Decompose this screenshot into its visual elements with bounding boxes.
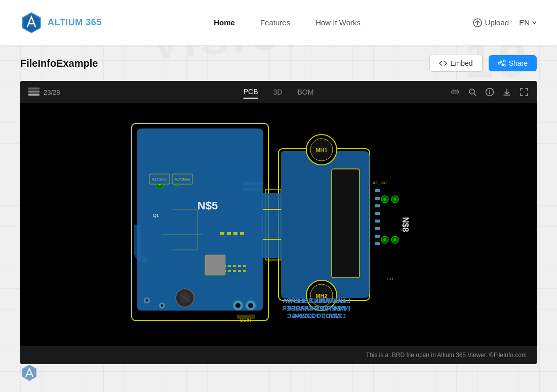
svg-rect-39 xyxy=(227,232,231,235)
tab-bom[interactable]: BOM xyxy=(297,86,313,98)
svg-point-63 xyxy=(235,303,241,308)
svg-rect-83 xyxy=(375,242,380,245)
svg-text:INVERTER CHARGER: INVERTER CHARGER xyxy=(282,305,345,312)
svg-point-4 xyxy=(503,60,505,62)
search-button[interactable] xyxy=(468,88,477,97)
svg-rect-80 xyxy=(375,220,380,223)
svg-rect-81 xyxy=(375,227,380,230)
share-button[interactable]: Share xyxy=(489,55,537,71)
svg-point-65 xyxy=(248,303,253,308)
svg-rect-57 xyxy=(243,270,246,272)
svg-rect-49 xyxy=(243,265,246,267)
svg-rect-56 xyxy=(238,270,241,272)
nav-how-it-works[interactable]: How It Works xyxy=(315,18,361,27)
nav-right: Upload EN xyxy=(473,18,537,27)
pcb-canvas[interactable]: MH1 MH2 N$5 N$8 Q1 xyxy=(20,103,537,346)
file-title-bar: FileInfoExample Embed Share xyxy=(20,46,537,81)
svg-text:Q1: Q1 xyxy=(153,213,159,218)
share-icon xyxy=(498,60,506,67)
svg-point-87 xyxy=(393,198,396,201)
main-nav: Home Features How It Works xyxy=(214,18,361,27)
svg-rect-79 xyxy=(375,212,380,215)
embed-code-icon xyxy=(439,60,447,66)
fullscreen-icon xyxy=(520,88,529,97)
svg-rect-9 xyxy=(452,91,459,93)
viewer-tabs: PCB 3D BOM xyxy=(244,85,314,99)
svg-point-59 xyxy=(146,299,148,302)
svg-point-91 xyxy=(393,238,396,241)
info-icon xyxy=(485,88,494,97)
share-label: Share xyxy=(509,59,528,67)
svg-point-17 xyxy=(489,90,490,91)
pcb-viewer: 23/28 PCB 3D BOM xyxy=(20,81,537,364)
svg-point-61 xyxy=(161,304,164,307)
svg-text:N$5: N$5 xyxy=(197,199,218,212)
svg-rect-38 xyxy=(220,232,224,235)
svg-rect-41 xyxy=(240,232,244,235)
fullscreen-button[interactable] xyxy=(520,88,529,97)
layer-count: 23/28 xyxy=(44,89,60,96)
embed-button[interactable]: Embed xyxy=(429,55,482,72)
svg-text:A17.5mm: A17.5mm xyxy=(152,178,167,181)
logo-area[interactable]: ALTIUM 365 xyxy=(20,12,102,34)
file-actions: Embed Share xyxy=(429,55,537,72)
logo-text: ALTIUM 365 xyxy=(48,17,102,28)
nav-home[interactable]: Home xyxy=(214,18,235,27)
download-button[interactable] xyxy=(502,88,511,97)
logo-suffix: 365 xyxy=(83,17,102,27)
measure-icon xyxy=(451,88,460,97)
toolbar-left: 23/28 xyxy=(28,88,60,97)
svg-rect-76 xyxy=(375,189,380,192)
svg-rect-54 xyxy=(228,270,231,272)
svg-text:12VDC TO 220VAC: 12VDC TO 220VAC xyxy=(287,313,341,320)
svg-line-14 xyxy=(474,94,476,96)
main-content: FileInfoExample Embed Share xyxy=(0,46,557,364)
download-icon xyxy=(502,88,511,97)
tab-3d[interactable]: 3D xyxy=(273,86,283,98)
svg-rect-66 xyxy=(205,255,225,275)
header: ALTIUM 365 Home Features How It Works Up… xyxy=(0,0,557,46)
footer-text: This is a .BRD file open in Altium 365 V… xyxy=(366,352,527,359)
measure-button[interactable] xyxy=(451,88,460,97)
svg-marker-102 xyxy=(22,365,36,381)
svg-point-85 xyxy=(383,198,386,201)
tab-pcb[interactable]: PCB xyxy=(244,85,258,99)
search-icon xyxy=(468,88,477,97)
svg-text:N$8: N$8 xyxy=(401,217,410,232)
svg-text:AC_OU: AC_OU xyxy=(373,181,387,185)
toolbar-right xyxy=(451,88,529,97)
svg-rect-78 xyxy=(375,204,380,207)
file-title: FileInfoExample xyxy=(20,58,98,69)
svg-rect-47 xyxy=(233,265,236,267)
chevron-down-icon xyxy=(532,20,537,25)
svg-text:TR1: TR1 xyxy=(386,277,394,281)
svg-rect-30 xyxy=(332,169,360,278)
upload-button[interactable]: Upload xyxy=(473,18,509,27)
viewer-toolbar: 23/28 PCB 3D BOM xyxy=(20,81,537,103)
upload-label: Upload xyxy=(485,18,509,27)
pcb-visualization: MH1 MH2 N$5 N$8 Q1 xyxy=(122,108,435,341)
svg-text:MH1: MH1 xyxy=(315,147,327,153)
nav-features[interactable]: Features xyxy=(260,18,290,27)
lang-label: EN xyxy=(519,18,530,27)
svg-rect-77 xyxy=(375,197,380,200)
svg-rect-48 xyxy=(238,265,241,267)
svg-rect-8 xyxy=(28,94,39,96)
svg-rect-7 xyxy=(28,91,39,93)
logo-brand: ALTIUM xyxy=(48,17,83,27)
svg-point-3 xyxy=(498,62,500,64)
svg-rect-6 xyxy=(28,88,39,90)
svg-rect-40 xyxy=(233,232,237,235)
info-button[interactable] xyxy=(485,88,494,97)
svg-text:LAKPARINJI SHERPA: LAKPARINJI SHERPA xyxy=(283,297,345,304)
upload-icon xyxy=(473,18,482,27)
svg-text:A17.5mm: A17.5mm xyxy=(175,178,190,181)
embed-label: Embed xyxy=(450,59,472,67)
svg-point-89 xyxy=(383,238,386,241)
svg-point-5 xyxy=(503,64,505,66)
svg-rect-82 xyxy=(375,235,380,238)
layer-stack-icon xyxy=(28,88,39,97)
svg-rect-55 xyxy=(233,270,236,272)
language-selector[interactable]: EN xyxy=(519,18,537,27)
bottom-logo xyxy=(20,364,38,384)
